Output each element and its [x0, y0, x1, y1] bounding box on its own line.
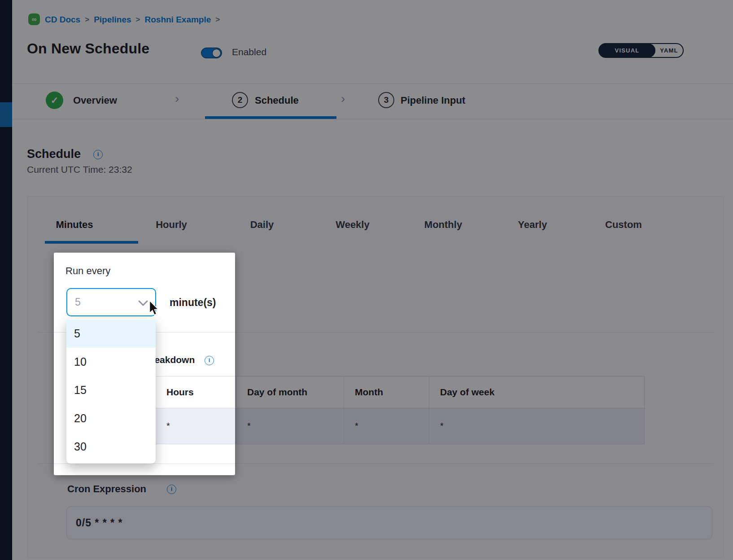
- dropdown-option-5[interactable]: 5: [66, 319, 156, 348]
- dropdown-option-20[interactable]: 20: [66, 404, 156, 433]
- dropdown-option-15[interactable]: 15: [66, 376, 156, 404]
- chevron-down-icon: [138, 300, 148, 308]
- minutes-select[interactable]: 5: [66, 288, 156, 316]
- cursor-icon: [148, 301, 160, 318]
- table-cell: *: [155, 408, 235, 444]
- minutes-select-value: 5: [67, 296, 81, 308]
- minutes-unit-label: minute(s): [170, 297, 216, 309]
- dropdown-option-10[interactable]: 10: [66, 348, 156, 376]
- column-header: Hours: [155, 376, 235, 408]
- section-divider: [54, 464, 235, 464]
- dropdown-option-30[interactable]: 30: [66, 433, 156, 461]
- info-icon[interactable]: [205, 356, 214, 365]
- run-every-label: Run every: [65, 265, 110, 277]
- minutes-select-dropdown: 5 10 15 20 30: [66, 319, 156, 464]
